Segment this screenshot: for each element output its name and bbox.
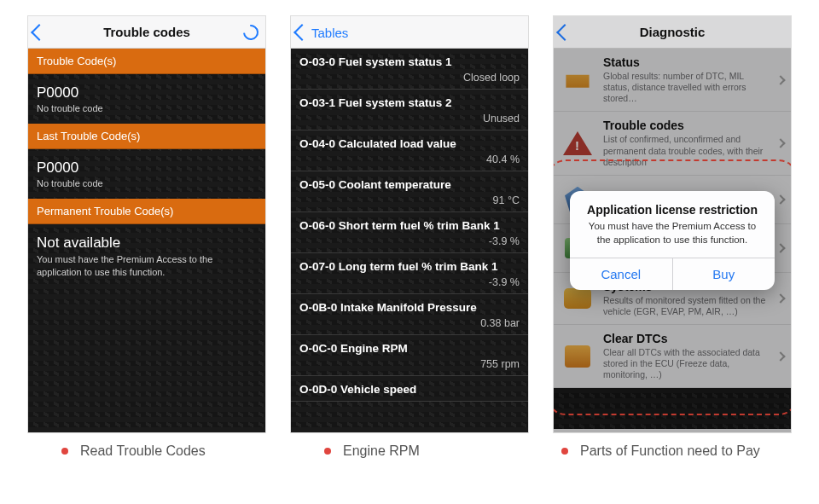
back-button[interactable] (559, 16, 572, 49)
bullet-icon (324, 448, 331, 455)
pid-label: O-0C-0 Engine RPM (299, 342, 520, 355)
code-description: No trouble code (37, 178, 257, 188)
caption-text: Engine RPM (343, 443, 420, 459)
screenshot-tables: Tables O-03-0 Fuel system status 1Closed… (290, 15, 529, 433)
pid-value: 91 °C (299, 194, 520, 206)
pid-label: O-03-0 Fuel system status 1 (299, 55, 520, 68)
refresh-button[interactable] (243, 16, 258, 49)
pid-row[interactable]: O-03-0 Fuel system status 1Closed loop (291, 49, 528, 90)
pid-label: O-0B-0 Intake Manifold Pressure (299, 301, 520, 314)
pid-value: Unused (299, 113, 520, 125)
pid-value: 755 rpm (299, 358, 520, 370)
trouble-code-item[interactable]: P0000 No trouble code (28, 149, 265, 199)
pid-value: -3.9 % (299, 276, 520, 288)
chevron-left-icon (556, 24, 573, 41)
chevron-left-icon (293, 24, 311, 41)
bullet-icon (61, 448, 68, 455)
nav-title: Trouble codes (103, 25, 190, 39)
refresh-icon (240, 21, 261, 43)
pid-row[interactable]: O-05-0 Coolant temperature91 °C (291, 171, 528, 212)
pid-row[interactable]: O-04-0 Calculated load value40.4 % (291, 130, 528, 171)
nav-title: Diagnostic (640, 25, 706, 39)
caption: Read Trouble Codes (27, 443, 266, 459)
screen-body: StatusGlobal results: number of DTC, MIL… (554, 49, 791, 432)
pid-row[interactable]: O-0D-0 Vehicle speed (291, 376, 528, 402)
screen-body: Trouble Code(s) P0000 No trouble code La… (28, 49, 265, 432)
trouble-code-item[interactable]: Not available You must have the Premium … (28, 224, 265, 289)
code-description: You must have the Premium Access to the … (37, 253, 233, 279)
chevron-left-icon (31, 24, 48, 41)
modal-scrim: Application license restriction You must… (554, 49, 791, 432)
back-label: Tables (311, 26, 348, 40)
pid-label: O-03-1 Fuel system status 2 (299, 96, 520, 109)
back-button[interactable]: Tables (296, 16, 348, 49)
pid-label: O-07-0 Long term fuel % trim Bank 1 (299, 260, 520, 273)
pid-value: 0.38 bar (299, 317, 520, 329)
section-header: Last Trouble Code(s) (28, 124, 265, 149)
bullet-icon (561, 448, 568, 455)
license-alert: Application license restriction You must… (570, 191, 775, 289)
pid-row[interactable]: O-07-0 Long term fuel % trim Bank 1-3.9 … (291, 253, 528, 294)
back-button[interactable] (33, 16, 47, 49)
alert-message: You must have the Premium Access to the … (582, 220, 763, 246)
navbar: Trouble codes (28, 16, 265, 49)
pid-value: -3.9 % (299, 235, 520, 247)
pid-label: O-04-0 Calculated load value (299, 137, 520, 150)
navbar: Diagnostic (554, 16, 791, 49)
navbar: Tables (291, 16, 528, 49)
screen-body: O-03-0 Fuel system status 1Closed loopO-… (291, 49, 528, 432)
caption: Parts of Function need to Pay (553, 443, 792, 459)
pid-row[interactable]: O-0B-0 Intake Manifold Pressure0.38 bar (291, 294, 528, 335)
buy-button[interactable]: Buy (672, 258, 775, 290)
pid-value: Closed loop (299, 72, 520, 84)
pid-row[interactable]: O-03-1 Fuel system status 2Unused (291, 90, 528, 130)
code-value: Not available (37, 235, 257, 252)
code-value: P0000 (37, 159, 257, 177)
pid-label: O-06-0 Short term fuel % trim Bank 1 (299, 219, 520, 232)
pid-label: O-0D-0 Vehicle speed (299, 383, 520, 396)
screenshot-diagnostic: Diagnostic StatusGlobal results: number … (553, 15, 792, 433)
alert-title: Application license restriction (582, 203, 763, 217)
caption-text: Parts of Function need to Pay (580, 443, 760, 459)
caption: Engine RPM (290, 443, 529, 459)
trouble-code-item[interactable]: P0000 No trouble code (28, 74, 265, 124)
cancel-button[interactable]: Cancel (570, 258, 672, 290)
pid-row[interactable]: O-06-0 Short term fuel % trim Bank 1-3.9… (291, 212, 528, 253)
pid-value: 40.4 % (299, 154, 520, 165)
caption-text: Read Trouble Codes (80, 443, 206, 459)
section-header: Trouble Code(s) (28, 49, 265, 74)
code-value: P0000 (37, 84, 257, 101)
pid-row[interactable]: O-0C-0 Engine RPM755 rpm (291, 335, 528, 376)
section-header: Permanent Trouble Code(s) (28, 199, 265, 224)
screenshot-trouble-codes: Trouble codes Trouble Code(s) P0000 No t… (27, 15, 266, 433)
code-description: No trouble code (37, 103, 257, 113)
pid-label: O-05-0 Coolant temperature (299, 178, 520, 191)
